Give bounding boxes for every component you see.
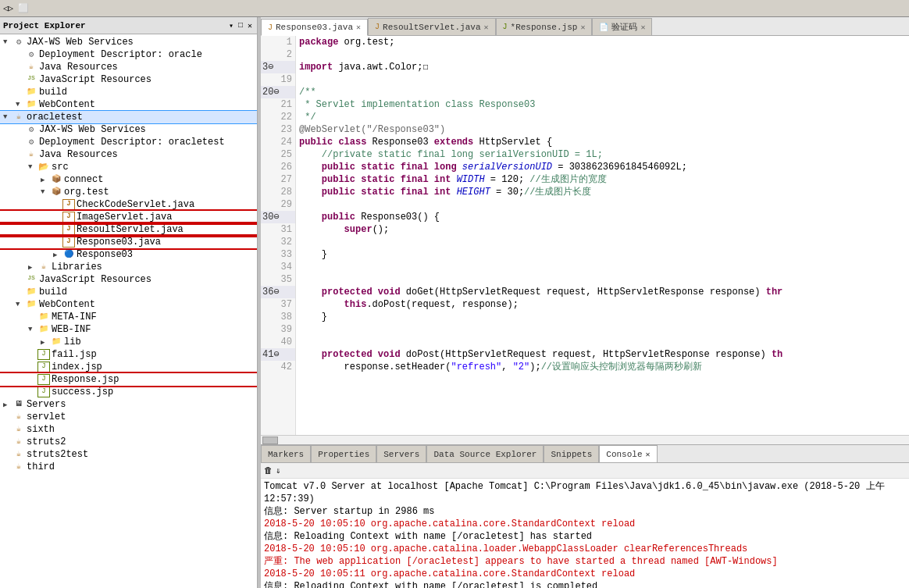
tree-item-oracletest[interactable]: ▼☕oracletest [0,111,257,123]
tree-expand-icon[interactable]: ▼ [3,113,12,121]
tree-item-build[interactable]: 📁build [0,286,257,298]
tree-node-label: Java Resources [39,62,118,73]
code-line: package org.test; [299,36,906,48]
bottom-tab-markers[interactable]: Markers [261,445,311,462]
tree-item-response-jsp[interactable]: JResponse.jsp [0,373,257,386]
editor-tab-3[interactable]: 📄验证码✕ [592,18,652,35]
tree-item-deployment-descriptor--oracle[interactable]: ⚙Deployment Descriptor: oracle [0,48,257,61]
bottom-tab-label: Console [606,450,642,459]
tab-file-icon: 📄 [599,23,608,32]
tab-close-icon[interactable]: ✕ [356,23,361,32]
tree-node-label: connect [64,174,103,185]
editor-tab-2[interactable]: J*Response.jsp✕ [496,18,593,35]
tree-item-third[interactable]: ☕third [0,461,257,473]
tree-item-meta-inf[interactable]: 📁META-INF [0,311,257,323]
line-number: 19 [261,73,295,86]
tree-item-checkcodeservlet-java[interactable]: JCheckCodeServlet.java [0,198,257,211]
editor-tab-1[interactable]: JResoultServlet.java✕ [368,18,495,35]
tree-expand-icon[interactable]: ▶ [41,338,50,347]
code-content[interactable]: package org.test;import java.awt.Color;☐… [296,36,909,435]
tab-close-icon[interactable]: ✕ [580,23,585,32]
line-number: 33 [261,248,295,261]
tree-item-webcontent[interactable]: ▼📁WebContent [0,98,257,111]
line-number: 3⊖ [261,61,295,73]
tree-item-response03-java[interactable]: JResponse03.java [0,236,257,248]
tree-item-src[interactable]: ▼📂src [0,161,257,173]
bottom-tab-data-source-explorer[interactable]: Data Source Explorer [426,445,544,462]
tab-close-icon[interactable]: ✕ [640,23,645,32]
maximize-icon[interactable]: □ [237,20,244,31]
tree-expand-icon[interactable]: ▼ [28,163,37,171]
bottom-tab-servers[interactable]: Servers [376,445,426,462]
tree-item-servers[interactable]: ▶🖥Servers [0,398,257,411]
panel-header: Project Explorer ▾ □ ✕ [0,17,257,34]
tree-expand-icon[interactable]: ▼ [16,301,25,308]
bottom-tab-snippets[interactable]: Snippets [544,445,599,462]
tree-item-sixth[interactable]: ☕sixth [0,423,257,436]
tree-item-servlet[interactable]: ☕servlet [0,411,257,423]
editor-tab-0[interactable]: JResponse03.java✕ [261,19,368,36]
line-number: 22 [261,111,295,123]
code-line: public class Response03 extends HttpServ… [299,136,906,148]
tree-item-jax-ws-web-services[interactable]: ▼⚙JAX-WS Web Services [0,36,257,48]
tree-node-label: WebContent [39,299,95,310]
tree-expand-icon[interactable]: ▶ [53,251,62,259]
tree-item-deployment-descriptor--oracletest[interactable]: ⚙Deployment Descriptor: oracletest [0,136,257,148]
tree-item-webcontent[interactable]: ▼📁WebContent [0,298,257,311]
tree-item-struts2[interactable]: ☕struts2 [0,436,257,448]
line-number: 40 [261,336,295,348]
tree-node-icon: ☕ [12,112,25,123]
code-line: this.doPost(request, response); [299,298,906,311]
tree-node-icon: J [37,349,50,360]
tree-node-label: Deployment Descriptor: oracle [39,49,202,60]
minimize-icon[interactable]: ▾ [227,20,235,31]
tree-node-label: JavaScript Resources [39,74,152,85]
tree-node-icon: J [62,237,75,248]
tree-item-connect[interactable]: ▶📦connect [0,173,257,186]
tree-item-web-inf[interactable]: ▼📁WEB-INF [0,323,257,336]
tree-item-resoultservlet-java[interactable]: JResoultServlet.java [0,223,257,236]
tree-item-struts2test[interactable]: ☕struts2test [0,448,257,461]
tree-expand-icon[interactable]: ▼ [3,38,12,46]
tree-expand-icon[interactable]: ▶ [41,176,50,184]
tree-item-index-jsp[interactable]: Jindex.jsp [0,361,257,373]
h-scroll-thumb[interactable] [262,437,278,444]
tree-item-success-jsp[interactable]: Jsuccess.jsp [0,386,257,398]
tab-label: Response03.java [276,23,353,32]
tree-expand-icon[interactable]: ▶ [3,401,12,409]
tree-item-java-resources[interactable]: ☕Java Resources [0,61,257,73]
code-line: @WebServlet("/Response03") [299,123,906,136]
tree-node-label: JavaScript Resources [39,274,152,285]
console-clear-icon[interactable]: 🗑 [264,465,273,476]
console-toolbar: 🗑 ⇓ [261,463,909,479]
bottom-tab-close-icon[interactable]: ✕ [646,450,651,459]
tree-item-lib[interactable]: ▶📁lib [0,336,257,348]
tree-item-build[interactable]: 📁build [0,86,257,98]
code-line [299,48,906,61]
tree-node-label: struts2test [27,449,88,460]
tree-expand-icon[interactable]: ▼ [41,188,50,196]
close-panel-icon[interactable]: ✕ [246,20,254,31]
tree-item-jax-ws-web-services[interactable]: ⚙JAX-WS Web Services [0,123,257,136]
tree-item-libraries[interactable]: ▶☕Libraries [0,261,257,273]
tree-item-org-test[interactable]: ▼📦org.test [0,186,257,198]
tree-item-javascript-resources[interactable]: JSJavaScript Resources [0,273,257,286]
console-scroll-icon[interactable]: ⇓ [276,465,281,476]
tree-expand-icon[interactable]: ▼ [16,101,25,109]
tree-item-response03[interactable]: ▶🔵Response03 [0,248,257,261]
tree-node-icon: JS [25,274,37,285]
line-number: 26 [261,161,295,173]
tree-node-label: build [39,87,67,98]
tab-label: 验证码 [611,21,637,33]
tree-item-java-resources[interactable]: ☕Java Resources [0,148,257,161]
bottom-tab-properties[interactable]: Properties [311,445,376,462]
tree-expand-icon[interactable]: ▶ [28,263,37,272]
line-number: 39 [261,323,295,336]
h-scrollbar[interactable] [261,435,909,444]
tree-item-javascript-resources[interactable]: JSJavaScript Resources [0,73,257,86]
tree-expand-icon[interactable]: ▼ [28,326,37,333]
tree-item-imageservlet-java[interactable]: JImageServlet.java [0,211,257,223]
tree-item-fail-jsp[interactable]: Jfail.jsp [0,348,257,361]
bottom-tab-console[interactable]: Console ✕ [599,445,657,462]
tab-close-icon[interactable]: ✕ [484,23,489,32]
